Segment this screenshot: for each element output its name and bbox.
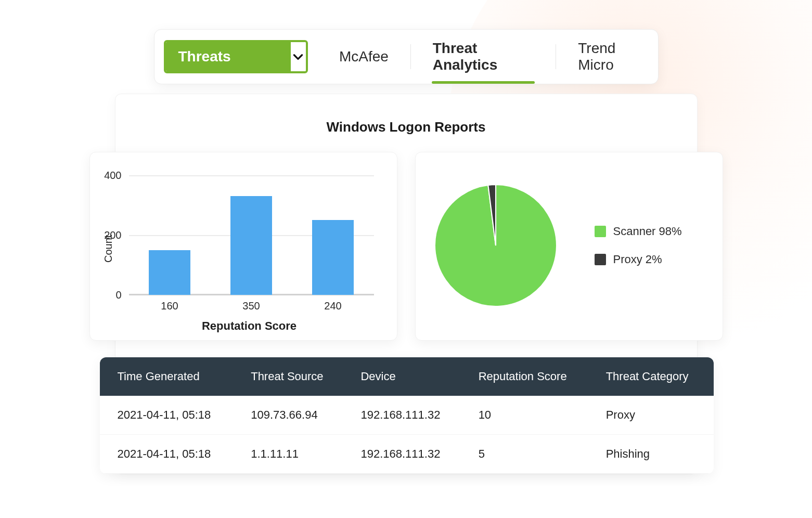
- chevron-down-icon[interactable]: [291, 42, 306, 71]
- table-row: 2021-04-11, 05:181.1.11.11192.168.111.32…: [100, 435, 714, 474]
- bar-chart-y-axis-label: Count: [102, 165, 114, 333]
- bar-chart-x-tick: 160: [149, 300, 190, 312]
- table-row: 2021-04-11, 05:18109.73.66.94192.168.111…: [100, 396, 714, 435]
- table-cell: 109.73.66.94: [237, 396, 347, 435]
- threat-table: Time GeneratedThreat SourceDeviceReputat…: [100, 357, 714, 474]
- legend-label: Scanner 98%: [613, 225, 682, 238]
- table-column-header: Threat Source: [237, 357, 347, 396]
- table-cell: 5: [465, 435, 592, 474]
- tab-mcafee[interactable]: McAfee: [338, 45, 390, 68]
- bar: [149, 250, 190, 295]
- table-column-header: Reputation Score: [465, 357, 592, 396]
- bar-chart-y-tick: 400: [93, 170, 122, 182]
- legend-swatch: [595, 226, 606, 237]
- bar-chart-y-tick: 0: [93, 289, 122, 301]
- table-cell: 2021-04-11, 05:18: [100, 435, 238, 474]
- tab-divider: [556, 44, 556, 69]
- bar-chart-x-axis-label: Reputation Score: [114, 319, 384, 333]
- table-cell: 2021-04-11, 05:18: [100, 396, 238, 435]
- bar-chart: 0200400 160350240 Reputation Score: [114, 165, 384, 333]
- bar-chart-panel: Count 0200400 160350240 Reputation Score: [89, 152, 397, 341]
- tab-trend-micro[interactable]: Trend Micro: [577, 37, 648, 76]
- table-column-header: Threat Category: [592, 357, 714, 396]
- bar: [230, 196, 272, 295]
- tab-threat-analytics[interactable]: Threat Analytics: [432, 37, 535, 76]
- table-cell: 192.168.111.32: [347, 435, 465, 474]
- tab-divider: [410, 44, 411, 69]
- table-cell: Phishing: [592, 435, 714, 474]
- content-card: Windows Logon Reports Count 0200400 1603…: [115, 94, 698, 474]
- threats-dropdown[interactable]: Threats: [164, 40, 308, 73]
- table-column-header: Device: [347, 357, 465, 396]
- bar-chart-x-tick: 240: [312, 300, 354, 312]
- legend-label: Proxy 2%: [613, 253, 662, 266]
- table-cell: 10: [465, 396, 592, 435]
- table-column-header: Time Generated: [100, 357, 238, 396]
- legend-item: Proxy 2%: [595, 253, 682, 266]
- bar-chart-x-tick: 350: [230, 300, 272, 312]
- pie-chart: [428, 178, 563, 313]
- table-cell: 1.1.11.11: [237, 435, 347, 474]
- table-cell: Proxy: [592, 396, 714, 435]
- bar: [312, 220, 354, 295]
- pie-chart-panel: Scanner 98%Proxy 2%: [415, 152, 723, 341]
- page-title: Windows Logon Reports: [115, 119, 697, 135]
- table-cell: 192.168.111.32: [347, 396, 465, 435]
- top-tabbar: Threats McAfee Threat Analytics Trend Mi…: [154, 29, 659, 84]
- legend-swatch: [595, 254, 606, 265]
- gridline: [129, 295, 374, 296]
- legend-item: Scanner 98%: [595, 225, 682, 238]
- pie-chart-legend: Scanner 98%Proxy 2%: [595, 225, 682, 266]
- threats-dropdown-label: Threats: [166, 42, 291, 71]
- bar-chart-y-tick: 200: [93, 229, 122, 241]
